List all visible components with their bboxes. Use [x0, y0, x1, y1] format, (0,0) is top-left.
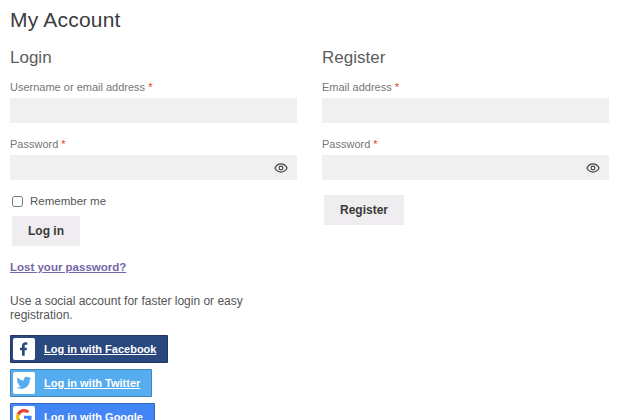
password-visibility-toggle[interactable]	[274, 161, 288, 175]
register-heading: Register	[322, 48, 609, 68]
email-input[interactable]	[322, 98, 609, 123]
social-buttons: Log in with FacebookLog in with TwitterL…	[10, 335, 284, 420]
login-password-label: Password *	[10, 138, 297, 150]
username-input[interactable]	[10, 98, 297, 123]
email-label: Email address *	[322, 81, 609, 93]
social-intro-text: Use a social account for faster login or…	[10, 294, 297, 322]
facebook-icon	[13, 338, 35, 360]
password-visibility-toggle[interactable]	[586, 161, 600, 175]
required-asterisk: *	[148, 81, 152, 93]
login-password-input[interactable]	[10, 155, 297, 180]
page-title: My Account	[10, 8, 610, 32]
eye-icon	[586, 161, 600, 175]
register-password-label: Password *	[322, 138, 609, 150]
my-account-page: My Account Login Username or email addre…	[0, 0, 620, 420]
required-asterisk: *	[395, 81, 399, 93]
register-password-input[interactable]	[322, 155, 609, 180]
username-label: Username or email address *	[10, 81, 297, 93]
google-icon	[13, 406, 35, 420]
register-button[interactable]: Register	[324, 195, 404, 225]
login-heading: Login	[10, 48, 297, 68]
social-login-label: Log in with Facebook	[35, 343, 165, 355]
social-login-button-twitter[interactable]: Log in with Twitter	[10, 369, 152, 397]
register-section: Register Email address * Password * Regi…	[322, 42, 609, 225]
social-login-label: Log in with Google	[35, 411, 152, 420]
login-button[interactable]: Log in	[12, 216, 80, 246]
twitter-icon	[13, 372, 35, 394]
social-login-label: Log in with Twitter	[35, 377, 149, 389]
remember-me-checkbox[interactable]	[12, 196, 23, 207]
eye-icon	[274, 161, 288, 175]
lost-password-link[interactable]: Lost your password?	[10, 261, 126, 273]
required-asterisk: *	[373, 138, 377, 150]
social-login-button-google[interactable]: Log in with Google	[10, 403, 155, 420]
social-login-button-facebook[interactable]: Log in with Facebook	[10, 335, 168, 363]
remember-me-label: Remember me	[30, 195, 106, 207]
required-asterisk: *	[61, 138, 65, 150]
login-section: Login Username or email address * Passwo…	[10, 42, 297, 420]
remember-me-row: Remember me	[10, 195, 297, 207]
